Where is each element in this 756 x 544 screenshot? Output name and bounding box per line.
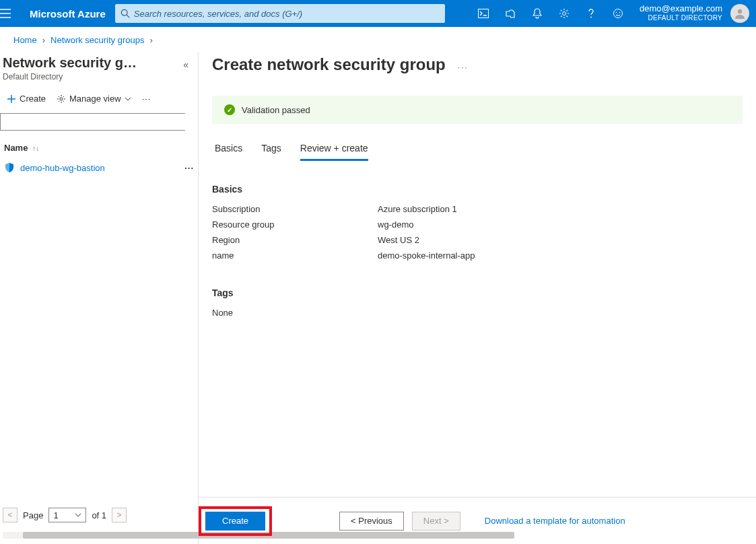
- account-block[interactable]: demo@example.com DEFAULT DIRECTORY: [631, 4, 728, 23]
- label-region: Region: [212, 235, 378, 245]
- cloudshell-icon[interactable]: [470, 0, 497, 27]
- chevron-down-icon: [125, 97, 131, 101]
- crumb-home[interactable]: Home: [13, 35, 37, 45]
- left-panel-title: Network security g…: [0, 53, 137, 71]
- label-name: name: [212, 250, 378, 261]
- search-icon: [121, 9, 130, 18]
- create-button[interactable]: Create: [7, 94, 46, 104]
- chevron-down-icon: [75, 513, 81, 517]
- svg-line-1: [127, 15, 129, 18]
- value-tags-none: None: [212, 308, 378, 318]
- account-email: demo@example.com: [640, 4, 722, 13]
- validation-text: Validation passed: [242, 105, 310, 115]
- chevron-right-icon: ›: [149, 35, 152, 45]
- validation-banner: ✓ Validation passed: [212, 96, 743, 124]
- svg-point-9: [60, 98, 63, 100]
- chevron-right-icon: ›: [42, 35, 45, 45]
- search-placeholder: Search resources, services, and docs (G+…: [134, 9, 302, 19]
- notifications-icon[interactable]: [524, 0, 551, 27]
- check-icon: ✓: [224, 104, 235, 115]
- value-resource-group: wg-demo: [378, 219, 413, 230]
- feedback-icon[interactable]: [605, 0, 631, 27]
- gear-icon: [57, 94, 66, 104]
- tab-tags[interactable]: Tags: [261, 143, 281, 161]
- account-directory: DEFAULT DIRECTORY: [640, 13, 722, 23]
- pager-of: of 1: [92, 510, 106, 520]
- value-region: West US 2: [378, 235, 419, 245]
- svg-point-8: [738, 9, 742, 13]
- shield-icon: [4, 162, 15, 173]
- horizontal-scrollbar[interactable]: [3, 532, 195, 539]
- previous-button[interactable]: < Previous: [339, 512, 404, 531]
- list-item[interactable]: demo-hub-wg-bastion ···: [0, 162, 198, 173]
- create-label: Create: [20, 94, 46, 104]
- svg-point-6: [616, 12, 617, 13]
- pager-label: Page: [23, 510, 43, 520]
- brand-label[interactable]: Microsoft Azure: [27, 8, 115, 20]
- manage-view-label: Manage view: [69, 94, 121, 104]
- value-subscription: Azure subscription 1: [378, 204, 457, 214]
- label-resource-group: Resource group: [212, 219, 378, 230]
- left-panel-subtitle: Default Directory: [0, 71, 198, 81]
- pager-next[interactable]: >: [112, 508, 127, 522]
- svg-point-0: [121, 9, 127, 15]
- settings-icon[interactable]: [551, 0, 578, 27]
- create-button-main[interactable]: Create: [205, 512, 265, 531]
- next-button: Next >: [412, 512, 460, 531]
- crumb-nsg[interactable]: Network security groups: [50, 35, 144, 45]
- value-name: demo-spoke-internal-app: [378, 250, 475, 261]
- column-name[interactable]: Name: [4, 143, 28, 153]
- svg-point-7: [619, 12, 621, 13]
- plus-icon: [7, 94, 16, 104]
- directories-icon[interactable]: [497, 0, 524, 27]
- page-title: Create network security group: [212, 53, 446, 74]
- section-tags-title: Tags: [212, 287, 743, 298]
- breadcrumb: Home › Network security groups ›: [0, 27, 756, 53]
- svg-rect-2: [478, 9, 488, 18]
- manage-view-button[interactable]: Manage view: [57, 94, 131, 104]
- svg-point-4: [590, 17, 592, 18]
- sort-arrow-icon[interactable]: ↑↓: [32, 145, 39, 152]
- pager-current: 1: [53, 510, 58, 520]
- filter-input[interactable]: [0, 113, 185, 131]
- pager-select[interactable]: 1: [48, 508, 86, 522]
- more-commands[interactable]: ···: [142, 94, 151, 104]
- section-basics-title: Basics: [212, 184, 743, 195]
- tab-review-create[interactable]: Review + create: [300, 143, 368, 161]
- highlight-create: Create: [199, 506, 272, 536]
- list-item-link[interactable]: demo-hub-wg-bastion: [20, 163, 105, 173]
- tab-basics[interactable]: Basics: [215, 143, 242, 161]
- global-search[interactable]: Search resources, services, and docs (G+…: [115, 4, 445, 23]
- hamburger-menu[interactable]: [0, 9, 27, 18]
- svg-point-5: [613, 9, 622, 18]
- collapse-icon[interactable]: «: [183, 59, 188, 70]
- row-more-icon[interactable]: ···: [184, 163, 194, 173]
- help-icon[interactable]: [578, 0, 605, 27]
- download-template-link[interactable]: Download a template for automation: [485, 516, 625, 526]
- label-subscription: Subscription: [212, 204, 378, 214]
- pager-prev[interactable]: <: [3, 508, 18, 522]
- title-more-icon[interactable]: ···: [457, 62, 469, 72]
- svg-point-3: [562, 12, 565, 15]
- avatar[interactable]: [730, 4, 749, 23]
